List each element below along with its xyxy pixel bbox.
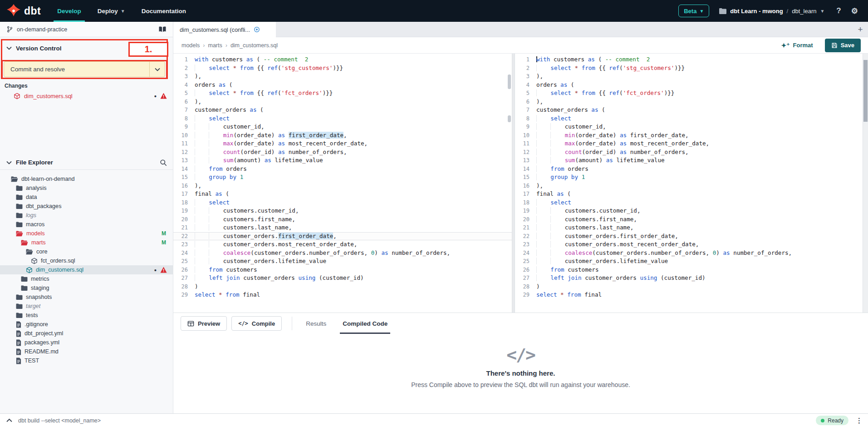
code-line-25[interactable]: 25 customer_orders.lifetime_value xyxy=(515,257,863,266)
code-line-14[interactable]: 14 from orders xyxy=(515,165,863,174)
code-line-20[interactable]: 20 customers.first_name, xyxy=(515,215,863,224)
help-icon[interactable]: ? xyxy=(836,6,841,15)
code-line-1[interactable]: 1with customers as ( -- comment 2 xyxy=(515,55,863,64)
breadcrumb-models[interactable]: models xyxy=(181,42,200,49)
code-line-27[interactable]: 27 left join customer_orders using (cust… xyxy=(515,274,863,283)
editor-pane-left[interactable]: 1with customers as ( -- comment 22 selec… xyxy=(173,54,512,313)
code-line-16[interactable]: 16), xyxy=(173,182,512,190)
format-button[interactable]: ✦⁺ Format xyxy=(781,42,813,49)
code-line-9[interactable]: 9 customer_id, xyxy=(173,123,512,131)
docs-book-icon[interactable] xyxy=(158,26,167,33)
code-line-2[interactable]: 2 select * from {{ ref('stg_customers')}… xyxy=(515,64,863,73)
branch-name[interactable]: on-demand-practice xyxy=(17,26,158,33)
code-line-15[interactable]: 15 group by 1 xyxy=(173,173,512,182)
tree-item-analysis[interactable]: analysis xyxy=(0,184,173,193)
tree-item-marts[interactable]: martsM xyxy=(0,238,173,247)
tree-item-packages-yml[interactable]: packages.yml xyxy=(0,338,173,347)
code-line-11[interactable]: 11 max(order_date) as most_recent_order_… xyxy=(173,139,512,148)
code-line-21[interactable]: 21 customers.last_name, xyxy=(515,223,863,232)
code-line-6[interactable]: 6), xyxy=(173,98,512,106)
tree-item-fct-orders-sql[interactable]: fct_orders.sql xyxy=(0,256,173,265)
code-line-26[interactable]: 26 from customers xyxy=(173,266,512,274)
command-bar-menu-icon[interactable]: ⋮ xyxy=(856,419,863,422)
code-line-5[interactable]: 5 select * from {{ ref('fct_orders')}} xyxy=(173,89,512,98)
tree-item-logs[interactable]: logs xyxy=(0,211,173,220)
code-line-26[interactable]: 26 from customers xyxy=(515,266,863,274)
tree-item-core[interactable]: core xyxy=(0,247,173,256)
code-line-18[interactable]: 18 select xyxy=(173,199,512,207)
tree-item-target[interactable]: target xyxy=(0,302,173,311)
nav-tab-documentation[interactable]: Documentation xyxy=(133,0,194,22)
code-line-13[interactable]: 13 sum(amount) as lifetime_value xyxy=(173,156,512,165)
left-editor-scrollbar-thumb[interactable] xyxy=(508,74,511,89)
code-line-24[interactable]: 24 coalesce(customer_orders.number_of_or… xyxy=(515,249,863,258)
tree-item-models[interactable]: modelsM xyxy=(0,229,173,238)
breadcrumb-file[interactable]: dim_customers.sql xyxy=(230,42,278,49)
code-line-23[interactable]: 23 customer_orders.most_recent_order_dat… xyxy=(173,240,512,249)
tree-item-dbt-project-yml[interactable]: dbt_project.yml xyxy=(0,329,173,338)
commit-and-resolve-button[interactable]: Commit and resolve xyxy=(4,61,165,77)
code-line-1[interactable]: 1with customers as ( -- comment 2 xyxy=(173,55,512,64)
commit-dropdown-button[interactable] xyxy=(149,62,165,77)
code-line-17[interactable]: 17final as ( xyxy=(173,190,512,199)
code-line-28[interactable]: 28) xyxy=(515,283,863,291)
tree-item-snapshots[interactable]: snapshots xyxy=(0,293,173,302)
tree-item-test[interactable]: TEST xyxy=(0,356,173,365)
code-line-11[interactable]: 11 max(order_date) as most_recent_order_… xyxy=(515,139,863,148)
changed-file-dim-customers[interactable]: dim_customers.sql • xyxy=(0,91,173,101)
code-line-19[interactable]: 19 customers.customer_id, xyxy=(515,207,863,215)
dbt-command-input[interactable] xyxy=(18,417,816,424)
code-line-22[interactable]: 22 customer_orders.first_order_date, xyxy=(515,232,863,241)
tree-item-dbt-learn-on-demand[interactable]: dbt-learn-on-demand xyxy=(0,174,173,184)
code-line-16[interactable]: 16), xyxy=(515,182,863,190)
code-line-19[interactable]: 19 customers.customer_id, xyxy=(173,207,512,215)
code-line-7[interactable]: 7customer_orders as ( xyxy=(515,106,863,114)
code-line-23[interactable]: 23 customer_orders.most_recent_order_dat… xyxy=(515,240,863,249)
code-line-13[interactable]: 13 sum(amount) as lifetime_value xyxy=(515,156,863,165)
code-line-29[interactable]: 29select * from final xyxy=(173,291,512,299)
code-line-15[interactable]: 15 group by 1 xyxy=(515,173,863,182)
tree-item-staging[interactable]: staging xyxy=(0,283,173,293)
code-line-10[interactable]: 10 min(order_date) as first_order_date, xyxy=(173,131,512,140)
preview-button[interactable]: Preview xyxy=(181,316,227,331)
beta-toggle[interactable]: Beta▼ xyxy=(678,5,709,17)
save-button[interactable]: Save xyxy=(825,39,861,52)
main-scrollbar[interactable] xyxy=(863,54,868,313)
code-line-12[interactable]: 12 count(order_id) as number_of_orders, xyxy=(515,148,863,157)
code-line-4[interactable]: 4orders as ( xyxy=(173,81,512,89)
code-line-17[interactable]: 17final as ( xyxy=(515,190,863,199)
tree-item-tests[interactable]: tests xyxy=(0,311,173,320)
code-line-2[interactable]: 2 select * from {{ ref('stg_customers')}… xyxy=(173,64,512,73)
new-tab-button[interactable]: + xyxy=(853,22,868,37)
main-scrollbar-thumb[interactable] xyxy=(863,60,868,122)
command-bar-expand-button[interactable] xyxy=(0,418,18,422)
tree-item-macros[interactable]: macros xyxy=(0,220,173,229)
code-line-10[interactable]: 10 min(order_date) as first_order_date, xyxy=(515,131,863,140)
code-line-22[interactable]: 22 customer_orders.first_order_date, xyxy=(173,232,512,241)
settings-gear-icon[interactable]: ⚙ xyxy=(851,6,858,16)
code-line-21[interactable]: 21 customers.last_name, xyxy=(173,223,512,232)
tab-compiled-code[interactable]: Compiled Code xyxy=(334,313,396,334)
code-line-18[interactable]: 18 select xyxy=(515,199,863,207)
code-line-25[interactable]: 25 customer_orders.lifetime_value xyxy=(173,257,512,266)
code-line-8[interactable]: 8 select xyxy=(515,114,863,123)
code-line-7[interactable]: 7customer_orders as ( xyxy=(173,106,512,114)
search-icon[interactable] xyxy=(160,159,167,166)
code-line-12[interactable]: 12 count(order_id) as number_of_orders, xyxy=(173,148,512,157)
tab-results[interactable]: Results xyxy=(298,313,334,334)
code-line-8[interactable]: 8 select xyxy=(173,114,512,123)
code-line-29[interactable]: 29select * from final xyxy=(515,291,863,299)
code-line-3[interactable]: 3), xyxy=(515,72,863,81)
version-control-header[interactable]: Version Control xyxy=(0,37,173,59)
dbt-logo[interactable]: dbt xyxy=(0,4,49,18)
tree-item--gitignore[interactable]: .gitignore xyxy=(0,320,173,329)
tree-item-metrics[interactable]: metrics xyxy=(0,274,173,283)
code-line-14[interactable]: 14 from orders xyxy=(173,165,512,174)
code-line-27[interactable]: 27 left join customer_orders using (cust… xyxy=(173,274,512,283)
tree-item-dim-customers-sql[interactable]: dim_customers.sql• xyxy=(0,265,173,274)
code-line-9[interactable]: 9 customer_id, xyxy=(515,123,863,131)
file-explorer-header[interactable]: File Explorer xyxy=(0,155,173,170)
code-line-28[interactable]: 28) xyxy=(173,283,512,291)
code-line-3[interactable]: 3), xyxy=(173,72,512,81)
nav-tab-develop[interactable]: Develop xyxy=(49,0,89,22)
